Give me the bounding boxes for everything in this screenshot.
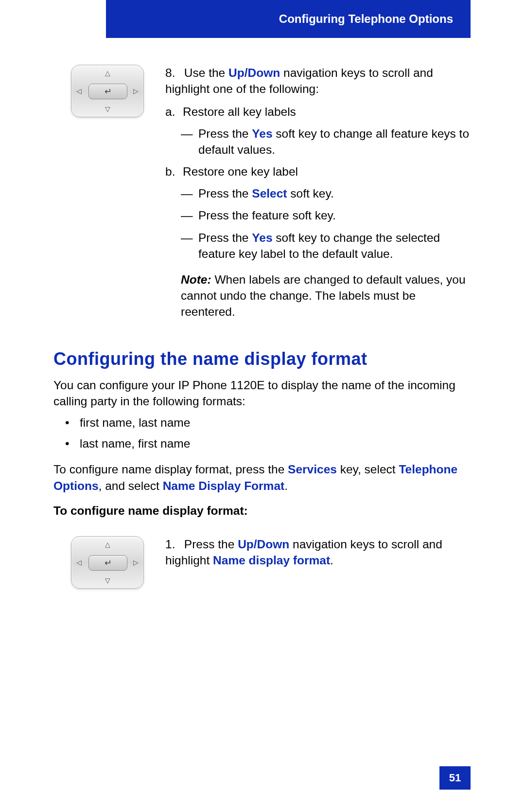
step8-intro-pre: Use the <box>184 66 228 79</box>
arrow-up-icon: △ <box>105 541 110 548</box>
select-link: Select <box>252 187 287 200</box>
dash-text: Press the feature soft key. <box>198 207 336 223</box>
dash-text: Press the Yes soft key to change the sel… <box>198 230 472 262</box>
enter-button-icon: ↵ <box>88 84 127 99</box>
step8-a-text: Restore all key labels <box>183 104 296 120</box>
navigation-pad-icon: △ ▽ ◁ ▷ ↵ <box>71 65 144 117</box>
page-number: 51 <box>439 766 471 790</box>
arrow-right-icon: ▷ <box>133 559 139 566</box>
name-display-format-link: Name Display Format <box>163 479 285 492</box>
dash-text: Press the Yes soft key to change all fea… <box>198 126 472 158</box>
nav-icon-wrapper: △ ▽ ◁ ▷ ↵ <box>53 65 151 320</box>
step8-b-dash2: — Press the feature soft key. <box>165 207 472 223</box>
list-item: first name, last name <box>65 414 472 432</box>
bullet-list: first name, last name last name, first n… <box>53 414 472 453</box>
yes-link: Yes <box>252 127 272 140</box>
arrow-left-icon: ◁ <box>76 559 82 566</box>
header-bar: Configuring Telephone Options <box>106 0 471 38</box>
step8-b-dash1: — Press the Select soft key. <box>165 185 472 201</box>
updown-link: Up/Down <box>228 66 280 79</box>
step8-a: a. Restore all key labels <box>165 104 472 120</box>
step1-row: △ ▽ ◁ ▷ ↵ 1. Press the Up/Down navigatio… <box>53 536 472 589</box>
step8-b: b. Restore one key label <box>165 163 472 180</box>
yes-link: Yes <box>252 231 272 244</box>
step1-text: 1. Press the Up/Down navigation keys to … <box>165 536 472 589</box>
step1-number: 1. <box>165 536 181 552</box>
subhead: To configure name display format: <box>53 503 472 519</box>
navigation-pad-icon: △ ▽ ◁ ▷ ↵ <box>71 536 144 589</box>
dash-icon: — <box>181 230 198 262</box>
step8-b-dash3: — Press the Yes soft key to change the s… <box>165 230 472 262</box>
note-label: Note: <box>181 273 211 286</box>
dash-icon: — <box>181 185 198 201</box>
note-text: When labels are changed to default value… <box>181 273 466 318</box>
header-title: Configuring Telephone Options <box>279 12 453 26</box>
arrow-left-icon: ◁ <box>76 87 82 95</box>
enter-symbol-icon: ↵ <box>105 86 112 97</box>
arrow-right-icon: ▷ <box>133 87 139 95</box>
step8-a-label: a. <box>165 104 183 120</box>
step8-number: 8. <box>165 65 181 81</box>
nav-icon-wrapper: △ ▽ ◁ ▷ ↵ <box>53 536 151 589</box>
arrow-up-icon: △ <box>105 69 110 77</box>
name-display-format-link: Name display format <box>213 554 330 567</box>
section-intro: You can configure your IP Phone 1120E to… <box>53 377 472 409</box>
step8-text: 8. Use the Up/Down navigation keys to sc… <box>165 65 472 320</box>
step8-b-label: b. <box>165 163 183 180</box>
list-item: last name, first name <box>65 435 472 453</box>
arrow-down-icon: ▽ <box>105 577 110 584</box>
page-content: △ ▽ ◁ ▷ ↵ 8. Use the Up/Down navigation … <box>53 65 472 589</box>
config-instruction: To configure name display format, press … <box>53 461 472 493</box>
page-number-text: 51 <box>449 772 461 784</box>
note-block: Note: When labels are changed to default… <box>165 271 472 320</box>
dash-icon: — <box>181 126 198 158</box>
section-heading: Configuring the name display format <box>53 349 472 369</box>
enter-button-icon: ↵ <box>88 555 127 571</box>
arrow-down-icon: ▽ <box>105 105 110 113</box>
step8-b-text: Restore one key label <box>183 163 298 180</box>
step8-intro: 8. Use the Up/Down navigation keys to sc… <box>165 65 472 97</box>
enter-symbol-icon: ↵ <box>105 558 112 568</box>
updown-link: Up/Down <box>238 538 289 551</box>
step8-row: △ ▽ ◁ ▷ ↵ 8. Use the Up/Down navigation … <box>53 65 472 320</box>
services-link: Services <box>288 463 337 476</box>
dash-icon: — <box>181 207 198 223</box>
step8-a-dash1: — Press the Yes soft key to change all f… <box>165 126 472 158</box>
dash-text: Press the Select soft key. <box>198 185 334 201</box>
